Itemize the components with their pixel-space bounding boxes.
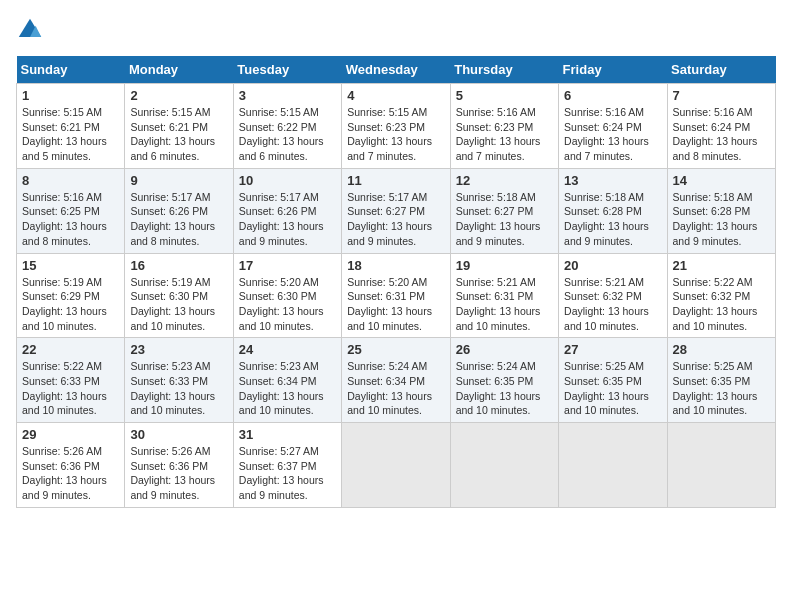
day-number: 28: [673, 342, 770, 357]
cell-info: Sunrise: 5:20 AM Sunset: 6:31 PM Dayligh…: [347, 275, 444, 334]
cell-info: Sunrise: 5:26 AM Sunset: 6:36 PM Dayligh…: [22, 444, 119, 503]
calendar-cell: 1 Sunrise: 5:15 AM Sunset: 6:21 PM Dayli…: [17, 84, 125, 169]
cell-info: Sunrise: 5:27 AM Sunset: 6:37 PM Dayligh…: [239, 444, 336, 503]
calendar-cell: 31 Sunrise: 5:27 AM Sunset: 6:37 PM Dayl…: [233, 423, 341, 508]
calendar-cell: 2 Sunrise: 5:15 AM Sunset: 6:21 PM Dayli…: [125, 84, 233, 169]
cell-info: Sunrise: 5:16 AM Sunset: 6:24 PM Dayligh…: [564, 105, 661, 164]
day-number: 25: [347, 342, 444, 357]
calendar-header: SundayMondayTuesdayWednesdayThursdayFrid…: [17, 56, 776, 84]
cell-info: Sunrise: 5:25 AM Sunset: 6:35 PM Dayligh…: [673, 359, 770, 418]
calendar-week-4: 22 Sunrise: 5:22 AM Sunset: 6:33 PM Dayl…: [17, 338, 776, 423]
calendar-cell: 3 Sunrise: 5:15 AM Sunset: 6:22 PM Dayli…: [233, 84, 341, 169]
page-header: [16, 16, 776, 44]
day-number: 2: [130, 88, 227, 103]
cell-info: Sunrise: 5:16 AM Sunset: 6:23 PM Dayligh…: [456, 105, 553, 164]
day-number: 21: [673, 258, 770, 273]
calendar-cell: [667, 423, 775, 508]
cell-info: Sunrise: 5:18 AM Sunset: 6:28 PM Dayligh…: [564, 190, 661, 249]
cell-info: Sunrise: 5:24 AM Sunset: 6:34 PM Dayligh…: [347, 359, 444, 418]
cell-info: Sunrise: 5:17 AM Sunset: 6:26 PM Dayligh…: [130, 190, 227, 249]
day-number: 18: [347, 258, 444, 273]
calendar-cell: 24 Sunrise: 5:23 AM Sunset: 6:34 PM Dayl…: [233, 338, 341, 423]
day-number: 9: [130, 173, 227, 188]
day-number: 14: [673, 173, 770, 188]
header-cell-sunday: Sunday: [17, 56, 125, 84]
cell-info: Sunrise: 5:26 AM Sunset: 6:36 PM Dayligh…: [130, 444, 227, 503]
day-number: 13: [564, 173, 661, 188]
calendar-cell: 15 Sunrise: 5:19 AM Sunset: 6:29 PM Dayl…: [17, 253, 125, 338]
logo-icon: [16, 16, 44, 44]
cell-info: Sunrise: 5:17 AM Sunset: 6:27 PM Dayligh…: [347, 190, 444, 249]
calendar-cell: 29 Sunrise: 5:26 AM Sunset: 6:36 PM Dayl…: [17, 423, 125, 508]
calendar-cell: 9 Sunrise: 5:17 AM Sunset: 6:26 PM Dayli…: [125, 168, 233, 253]
calendar-cell: 19 Sunrise: 5:21 AM Sunset: 6:31 PM Dayl…: [450, 253, 558, 338]
cell-info: Sunrise: 5:23 AM Sunset: 6:33 PM Dayligh…: [130, 359, 227, 418]
cell-info: Sunrise: 5:19 AM Sunset: 6:30 PM Dayligh…: [130, 275, 227, 334]
calendar-cell: 5 Sunrise: 5:16 AM Sunset: 6:23 PM Dayli…: [450, 84, 558, 169]
day-number: 26: [456, 342, 553, 357]
calendar-cell: 17 Sunrise: 5:20 AM Sunset: 6:30 PM Dayl…: [233, 253, 341, 338]
header-row: SundayMondayTuesdayWednesdayThursdayFrid…: [17, 56, 776, 84]
cell-info: Sunrise: 5:22 AM Sunset: 6:32 PM Dayligh…: [673, 275, 770, 334]
day-number: 6: [564, 88, 661, 103]
day-number: 17: [239, 258, 336, 273]
calendar-cell: 23 Sunrise: 5:23 AM Sunset: 6:33 PM Dayl…: [125, 338, 233, 423]
cell-info: Sunrise: 5:15 AM Sunset: 6:21 PM Dayligh…: [130, 105, 227, 164]
calendar-table: SundayMondayTuesdayWednesdayThursdayFrid…: [16, 56, 776, 508]
cell-info: Sunrise: 5:19 AM Sunset: 6:29 PM Dayligh…: [22, 275, 119, 334]
cell-info: Sunrise: 5:17 AM Sunset: 6:26 PM Dayligh…: [239, 190, 336, 249]
cell-info: Sunrise: 5:21 AM Sunset: 6:32 PM Dayligh…: [564, 275, 661, 334]
calendar-cell: [342, 423, 450, 508]
day-number: 10: [239, 173, 336, 188]
calendar-cell: 26 Sunrise: 5:24 AM Sunset: 6:35 PM Dayl…: [450, 338, 558, 423]
calendar-cell: 25 Sunrise: 5:24 AM Sunset: 6:34 PM Dayl…: [342, 338, 450, 423]
header-cell-thursday: Thursday: [450, 56, 558, 84]
calendar-cell: 27 Sunrise: 5:25 AM Sunset: 6:35 PM Dayl…: [559, 338, 667, 423]
day-number: 24: [239, 342, 336, 357]
day-number: 11: [347, 173, 444, 188]
calendar-cell: 14 Sunrise: 5:18 AM Sunset: 6:28 PM Dayl…: [667, 168, 775, 253]
cell-info: Sunrise: 5:18 AM Sunset: 6:27 PM Dayligh…: [456, 190, 553, 249]
calendar-cell: 20 Sunrise: 5:21 AM Sunset: 6:32 PM Dayl…: [559, 253, 667, 338]
calendar-cell: 10 Sunrise: 5:17 AM Sunset: 6:26 PM Dayl…: [233, 168, 341, 253]
day-number: 27: [564, 342, 661, 357]
calendar-week-1: 1 Sunrise: 5:15 AM Sunset: 6:21 PM Dayli…: [17, 84, 776, 169]
calendar-cell: 11 Sunrise: 5:17 AM Sunset: 6:27 PM Dayl…: [342, 168, 450, 253]
calendar-cell: 6 Sunrise: 5:16 AM Sunset: 6:24 PM Dayli…: [559, 84, 667, 169]
day-number: 16: [130, 258, 227, 273]
calendar-cell: 28 Sunrise: 5:25 AM Sunset: 6:35 PM Dayl…: [667, 338, 775, 423]
calendar-cell: 7 Sunrise: 5:16 AM Sunset: 6:24 PM Dayli…: [667, 84, 775, 169]
calendar-cell: 8 Sunrise: 5:16 AM Sunset: 6:25 PM Dayli…: [17, 168, 125, 253]
cell-info: Sunrise: 5:18 AM Sunset: 6:28 PM Dayligh…: [673, 190, 770, 249]
calendar-cell: 4 Sunrise: 5:15 AM Sunset: 6:23 PM Dayli…: [342, 84, 450, 169]
calendar-cell: [559, 423, 667, 508]
cell-info: Sunrise: 5:25 AM Sunset: 6:35 PM Dayligh…: [564, 359, 661, 418]
calendar-week-3: 15 Sunrise: 5:19 AM Sunset: 6:29 PM Dayl…: [17, 253, 776, 338]
header-cell-tuesday: Tuesday: [233, 56, 341, 84]
cell-info: Sunrise: 5:22 AM Sunset: 6:33 PM Dayligh…: [22, 359, 119, 418]
day-number: 20: [564, 258, 661, 273]
cell-info: Sunrise: 5:16 AM Sunset: 6:25 PM Dayligh…: [22, 190, 119, 249]
day-number: 29: [22, 427, 119, 442]
day-number: 15: [22, 258, 119, 273]
cell-info: Sunrise: 5:16 AM Sunset: 6:24 PM Dayligh…: [673, 105, 770, 164]
day-number: 8: [22, 173, 119, 188]
day-number: 23: [130, 342, 227, 357]
calendar-cell: 16 Sunrise: 5:19 AM Sunset: 6:30 PM Dayl…: [125, 253, 233, 338]
calendar-cell: 18 Sunrise: 5:20 AM Sunset: 6:31 PM Dayl…: [342, 253, 450, 338]
calendar-cell: [450, 423, 558, 508]
calendar-body: 1 Sunrise: 5:15 AM Sunset: 6:21 PM Dayli…: [17, 84, 776, 508]
logo: [16, 16, 48, 44]
calendar-week-2: 8 Sunrise: 5:16 AM Sunset: 6:25 PM Dayli…: [17, 168, 776, 253]
day-number: 4: [347, 88, 444, 103]
header-cell-wednesday: Wednesday: [342, 56, 450, 84]
cell-info: Sunrise: 5:23 AM Sunset: 6:34 PM Dayligh…: [239, 359, 336, 418]
day-number: 7: [673, 88, 770, 103]
header-cell-saturday: Saturday: [667, 56, 775, 84]
header-cell-friday: Friday: [559, 56, 667, 84]
day-number: 30: [130, 427, 227, 442]
cell-info: Sunrise: 5:21 AM Sunset: 6:31 PM Dayligh…: [456, 275, 553, 334]
calendar-cell: 22 Sunrise: 5:22 AM Sunset: 6:33 PM Dayl…: [17, 338, 125, 423]
calendar-cell: 21 Sunrise: 5:22 AM Sunset: 6:32 PM Dayl…: [667, 253, 775, 338]
day-number: 31: [239, 427, 336, 442]
